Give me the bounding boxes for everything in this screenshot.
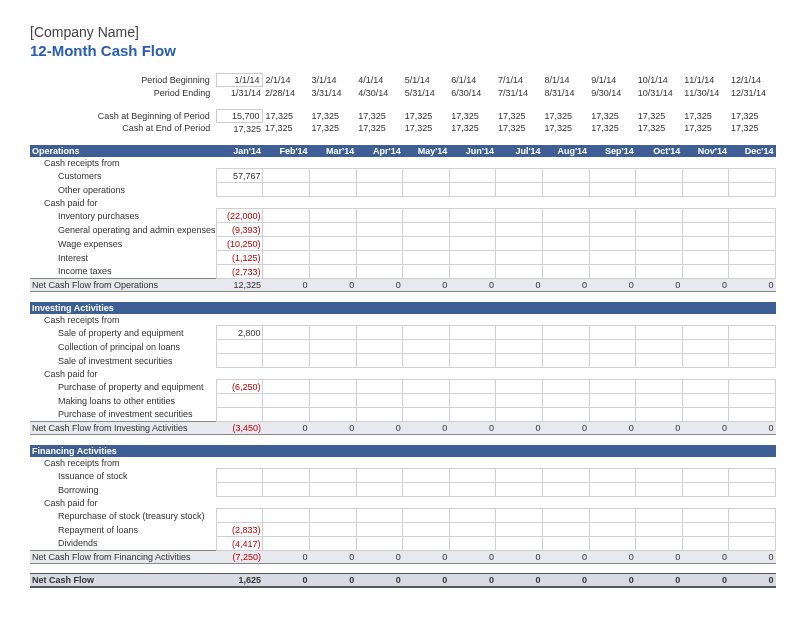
row-genop: General operating and admin expenses (9,… [30,223,776,237]
operations-title: Operations [30,145,216,157]
company-name: [Company Name] [30,24,776,40]
row-cash-end: Cash at End of Period 17,325 17,325 17,3… [30,122,776,135]
section-financing-header: Financing Activities [30,445,776,457]
row-div: Dividends (4,417) [30,537,776,551]
row-repurch: Repurchase of stock (treasury stock) [30,509,776,523]
label-cash-end: Cash at End of Period [30,122,216,135]
row-net-inv: Net Cash Flow from Investing Activities … [30,422,776,435]
cash-begin-0[interactable]: 15,700 [216,109,263,122]
investing-title: Investing Activities [30,302,776,314]
row-repay: Repayment of loans (2,833) [30,523,776,537]
row-net-ops: Net Cash Flow from Operations 12,325 000… [30,279,776,292]
row-purch-prop: Purchase of property and equipment (6,25… [30,380,776,394]
row-tax: Income taxes (2,733) [30,265,776,279]
row-borrow: Borrowing [30,483,776,497]
row-iss-stock: Issuance of stock [30,469,776,483]
row-inventory: Inventory purchases (22,000) [30,209,776,223]
row-collect: Collection of principal on loans [30,340,776,354]
row-purch-sec: Purchase of investment securities [30,408,776,422]
row-interest: Interest (1,125) [30,251,776,265]
doc-title: 12-Month Cash Flow [30,42,776,59]
row-sale-sec: Sale of investment securities [30,354,776,368]
section-investing-header: Investing Activities [30,302,776,314]
row-period-begin: Period Beginning 1/1/14 2/1/14 3/1/14 4/… [30,74,776,87]
row-make-loans: Making loans to other entities [30,394,776,408]
row-customers: Customers 57,767 [30,169,776,183]
row-cash-begin: Cash at Beginning of Period 15,700 17,32… [30,109,776,122]
ops-paid-label: Cash paid for [30,197,216,209]
row-period-end: Period Ending 1/31/14 2/28/14 3/31/14 4/… [30,87,776,100]
row-other-ops: Other operations [30,183,776,197]
cell-customers-0[interactable]: 57,767 [216,169,263,183]
ops-receipts-label: Cash receipts from [30,157,216,169]
label-period-begin: Period Beginning [30,74,216,87]
cashflow-table: Period Beginning 1/1/14 2/1/14 3/1/14 4/… [30,73,776,588]
period-begin-0[interactable]: 1/1/14 [216,74,263,87]
label-period-end: Period Ending [30,87,216,100]
row-net-cashflow: Net Cash Flow 1,625 00000000000 [30,574,776,588]
financing-title: Financing Activities [30,445,776,457]
row-net-fin: Net Cash Flow from Financing Activities … [30,551,776,564]
label-cash-begin: Cash at Beginning of Period [30,109,216,122]
row-sale-prop: Sale of property and equipment 2,800 [30,326,776,340]
section-operations-header: Operations Jan'14 Feb'14 Mar'14 Apr'14 M… [30,145,776,157]
row-wage: Wage expenses (10,250) [30,237,776,251]
